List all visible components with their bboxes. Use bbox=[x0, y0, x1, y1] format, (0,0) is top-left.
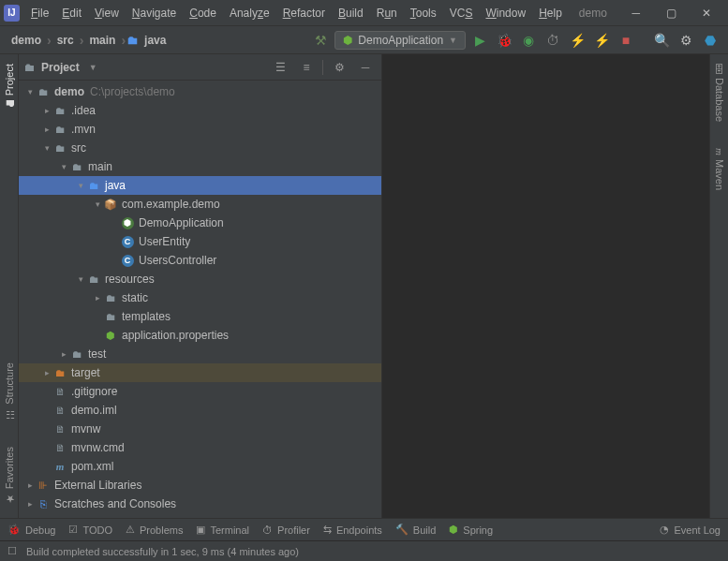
attach2-button[interactable]: ⚡ bbox=[591, 30, 612, 51]
chevron-right-icon[interactable]: ▸ bbox=[41, 368, 52, 377]
coverage-button[interactable]: ◉ bbox=[518, 30, 539, 51]
tree-node-mvnwcmd[interactable]: 🗎 mvnw.cmd bbox=[19, 438, 381, 457]
chevron-down-icon[interactable]: ▾ bbox=[75, 274, 86, 284]
chevron-down-icon[interactable]: ▾ bbox=[92, 199, 103, 209]
menu-help[interactable]: Help bbox=[533, 4, 568, 22]
settings-button[interactable]: ⚙ bbox=[676, 30, 696, 51]
select-opened-file-button[interactable]: ☰ bbox=[270, 57, 290, 78]
toolwindow-toggle-icon[interactable]: ☐ bbox=[6, 545, 19, 557]
tree-node-class-userentity[interactable]: C UserEntity bbox=[19, 232, 381, 251]
run-button[interactable]: ▶ bbox=[469, 30, 490, 51]
file-icon: 🗎 bbox=[52, 423, 67, 435]
menu-file[interactable]: File bbox=[25, 4, 54, 22]
panel-title[interactable]: Project bbox=[41, 61, 83, 74]
tree-node-class-userscontroller[interactable]: C UsersController bbox=[19, 251, 381, 270]
codewithme-button[interactable]: ⬣ bbox=[700, 30, 721, 51]
menu-run[interactable]: Run bbox=[371, 4, 403, 22]
tool-tab-build[interactable]: 🔨Build bbox=[395, 524, 436, 536]
menu-build[interactable]: Build bbox=[333, 4, 369, 22]
menu-edit[interactable]: Edit bbox=[56, 4, 87, 22]
chevron-right-icon[interactable]: ▸ bbox=[24, 480, 36, 490]
tool-tab-spring[interactable]: ⬢Spring bbox=[449, 524, 493, 536]
package-icon: 📦 bbox=[103, 199, 118, 211]
tree-node-class-demoapp[interactable]: ⬢ DemoApplication bbox=[19, 214, 381, 232]
tree-node-iml[interactable]: 🗎 demo.iml bbox=[19, 401, 381, 420]
run-configuration-selector[interactable]: ⬢ DemoApplication ▼ bbox=[334, 31, 466, 50]
tool-tab-profiler[interactable]: ⏱Profiler bbox=[262, 524, 310, 536]
chevron-down-icon[interactable]: ▾ bbox=[58, 162, 69, 171]
chevron-right-icon[interactable]: ▸ bbox=[24, 499, 36, 509]
tool-tab-project[interactable]: 🖿Project bbox=[2, 60, 17, 113]
tool-tab-problems[interactable]: ⚠Problems bbox=[126, 524, 183, 536]
chevron-right-icon: › bbox=[80, 33, 84, 48]
tree-node-idea[interactable]: ▸ 🖿 .idea bbox=[19, 101, 381, 120]
tool-tab-endpoints[interactable]: ⇆Endpoints bbox=[323, 524, 382, 536]
tree-node-main[interactable]: ▾ 🖿 main bbox=[19, 157, 381, 176]
tool-tab-debug[interactable]: 🐞Debug bbox=[7, 524, 55, 536]
tree-node-java[interactable]: ▾ 🖿 java bbox=[19, 176, 381, 195]
chevron-right-icon[interactable]: ▸ bbox=[41, 125, 52, 134]
stop-button[interactable]: ■ bbox=[616, 30, 636, 51]
file-icon: 🗎 bbox=[52, 386, 67, 397]
search-button[interactable]: 🔍 bbox=[651, 30, 672, 51]
file-icon: 🗎 bbox=[52, 442, 67, 453]
tool-tab-favorites[interactable]: ★Favorites bbox=[1, 443, 17, 509]
menu-vcs[interactable]: VCS bbox=[444, 4, 479, 22]
resource-folder-icon: 🖿 bbox=[86, 273, 101, 285]
tool-tab-eventlog[interactable]: ◔Event Log bbox=[660, 524, 721, 536]
debug-button[interactable]: 🐞 bbox=[494, 30, 514, 51]
tree-node-scratches[interactable]: ▸ ⎘ Scratches and Consoles bbox=[19, 495, 381, 513]
hide-panel-button[interactable]: ─ bbox=[355, 57, 376, 78]
tree-node-templates[interactable]: 🖿 templates bbox=[19, 307, 381, 326]
endpoints-icon: ⇆ bbox=[323, 524, 332, 536]
attach-button[interactable]: ⚡ bbox=[567, 30, 587, 51]
chevron-right-icon[interactable]: ▸ bbox=[41, 106, 52, 115]
chevron-down-icon[interactable]: ▾ bbox=[75, 181, 86, 190]
menu-window[interactable]: Window bbox=[480, 4, 531, 22]
tree-node-static[interactable]: ▸ 🖿 static bbox=[19, 288, 381, 307]
tool-tab-maven[interactable]: mMaven bbox=[712, 144, 727, 194]
tree-node-mvnw[interactable]: 🗎 mvnw bbox=[19, 420, 381, 438]
list-icon: ☑ bbox=[68, 524, 78, 536]
chevron-right-icon[interactable]: ▸ bbox=[92, 293, 103, 303]
menu-analyze[interactable]: Analyze bbox=[224, 4, 275, 22]
chevron-down-icon[interactable]: ▼ bbox=[89, 63, 97, 72]
panel-settings-button[interactable]: ⚙ bbox=[329, 57, 349, 78]
tree-node-resources[interactable]: ▾ 🖿 resources bbox=[19, 270, 381, 288]
tool-tab-structure[interactable]: ☷Structure bbox=[1, 359, 17, 424]
menu-navigate[interactable]: Navigate bbox=[126, 4, 182, 22]
menu-refactor[interactable]: Refactor bbox=[277, 4, 331, 22]
tree-node-test[interactable]: ▸ 🖿 test bbox=[19, 345, 381, 363]
chevron-down-icon[interactable]: ▾ bbox=[41, 143, 52, 153]
tree-node-pom[interactable]: m pom.xml bbox=[19, 457, 381, 476]
close-button[interactable]: ✕ bbox=[689, 0, 724, 26]
crumb-java[interactable]: java bbox=[141, 32, 170, 49]
crumb-main[interactable]: main bbox=[85, 32, 119, 49]
menu-view[interactable]: View bbox=[89, 4, 125, 22]
crumb-src[interactable]: src bbox=[53, 32, 78, 49]
tree-node-gitignore[interactable]: 🗎 .gitignore bbox=[19, 382, 381, 401]
tool-tab-database[interactable]: 🗄Database bbox=[712, 60, 727, 125]
chevron-down-icon[interactable]: ▾ bbox=[24, 87, 36, 96]
tree-node-package[interactable]: ▾ 📦 com.example.demo bbox=[19, 195, 381, 214]
expand-all-button[interactable]: ≡ bbox=[296, 57, 317, 78]
tree-node-root[interactable]: ▾ 🖿 demo C:\projects\demo bbox=[19, 82, 381, 101]
maximize-button[interactable]: ▢ bbox=[654, 0, 690, 26]
tool-tab-terminal[interactable]: ▣Terminal bbox=[196, 524, 249, 536]
crumb-project[interactable]: demo bbox=[7, 32, 45, 49]
tree-node-mvn[interactable]: ▸ 🖿 .mvn bbox=[19, 120, 381, 139]
left-tool-window-bar: 🖿Project ☷Structure ★Favorites bbox=[0, 54, 19, 518]
chevron-right-icon[interactable]: ▸ bbox=[58, 349, 69, 359]
menu-tools[interactable]: Tools bbox=[405, 4, 442, 22]
tree-node-src[interactable]: ▾ 🖿 src bbox=[19, 139, 381, 157]
tree-node-appprops[interactable]: ⬢ application.properties bbox=[19, 326, 381, 345]
minimize-button[interactable]: ─ bbox=[618, 0, 654, 26]
tree-node-target[interactable]: ▸ 🖿 target bbox=[19, 363, 381, 382]
profile-button[interactable]: ⏱ bbox=[542, 30, 563, 51]
build-icon[interactable]: ⚒ bbox=[310, 30, 331, 51]
menu-code[interactable]: Code bbox=[184, 4, 222, 22]
project-tree[interactable]: ▾ 🖿 demo C:\projects\demo ▸ 🖿 .idea ▸ 🖿 … bbox=[19, 81, 381, 518]
tree-node-external-libs[interactable]: ▸ ⊪ External Libraries bbox=[19, 476, 381, 495]
app-logo: IJ bbox=[4, 5, 20, 22]
tool-tab-todo[interactable]: ☑TODO bbox=[68, 524, 112, 536]
